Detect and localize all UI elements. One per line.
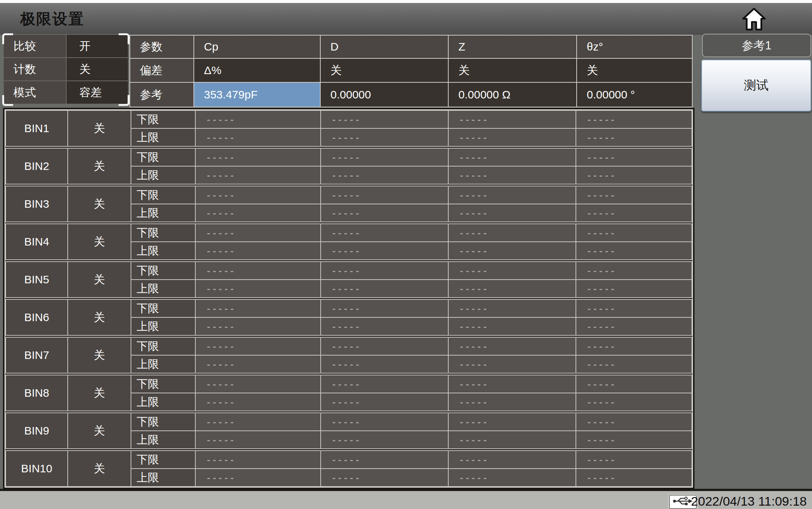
upper-limit-value-3[interactable]: -----: [449, 129, 576, 146]
bin-state-toggle[interactable]: 关: [68, 338, 131, 373]
upper-limit-value-2[interactable]: -----: [321, 318, 448, 335]
upper-limit-value-1[interactable]: -----: [196, 167, 320, 184]
test-button[interactable]: 测试: [701, 60, 811, 112]
deviation-cell-2[interactable]: 关: [321, 59, 448, 82]
bin-state-toggle[interactable]: 关: [68, 186, 131, 222]
lower-limit-value-4[interactable]: -----: [576, 149, 692, 166]
upper-limit-value-3[interactable]: -----: [449, 393, 576, 411]
lower-limit-value-1[interactable]: -----: [196, 451, 320, 468]
lower-limit-value-3[interactable]: -----: [449, 300, 576, 317]
bin-state-toggle[interactable]: 关: [68, 111, 131, 146]
upper-limit-value-2[interactable]: -----: [321, 204, 448, 222]
upper-limit-value-1[interactable]: -----: [196, 431, 320, 448]
upper-limit-value-4[interactable]: -----: [576, 356, 692, 373]
lower-limit-value-2[interactable]: -----: [321, 111, 448, 128]
lower-limit-value-3[interactable]: -----: [449, 224, 576, 241]
lower-limit-value-2[interactable]: -----: [321, 186, 448, 204]
upper-limit-value-4[interactable]: -----: [576, 129, 692, 146]
upper-limit-value-4[interactable]: -----: [576, 469, 692, 486]
upper-limit-value-3[interactable]: -----: [449, 242, 576, 259]
lower-limit-value-2[interactable]: -----: [321, 451, 448, 468]
lower-limit-value-2[interactable]: -----: [321, 149, 448, 166]
lower-limit-value-3[interactable]: -----: [449, 111, 576, 128]
reference-cell-4[interactable]: 0.00000 °: [577, 83, 692, 107]
reference1-button[interactable]: 参考1: [702, 34, 811, 57]
upper-limit-value-3[interactable]: -----: [449, 167, 576, 184]
lower-limit-value-4[interactable]: -----: [576, 224, 692, 241]
upper-limit-value-3[interactable]: -----: [449, 431, 576, 448]
lower-limit-value-4[interactable]: -----: [576, 111, 692, 128]
lower-limit-value-1[interactable]: -----: [196, 149, 320, 166]
upper-limit-value-3[interactable]: -----: [449, 318, 576, 335]
upper-limit-value-2[interactable]: -----: [321, 393, 448, 411]
reference-cell-3[interactable]: 0.00000 Ω: [449, 83, 576, 107]
bin-state-toggle[interactable]: 关: [68, 262, 131, 297]
upper-limit-value-4[interactable]: -----: [576, 167, 692, 184]
lower-limit-value-4[interactable]: -----: [576, 338, 692, 355]
reference-cell-1-selected[interactable]: 353.479pF: [194, 83, 320, 107]
bin-state-toggle[interactable]: 关: [68, 375, 131, 411]
lower-limit-value-3[interactable]: -----: [449, 338, 576, 355]
upper-limit-value-1[interactable]: -----: [196, 469, 320, 486]
deviation-cell-3[interactable]: 关: [449, 59, 576, 82]
upper-limit-value-4[interactable]: -----: [576, 280, 692, 297]
lower-limit-value-3[interactable]: -----: [449, 375, 576, 393]
upper-limit-value-1[interactable]: -----: [196, 204, 320, 222]
upper-limit-value-2[interactable]: -----: [321, 280, 448, 297]
deviation-cell-4[interactable]: 关: [577, 59, 692, 82]
lower-limit-value-4[interactable]: -----: [576, 300, 692, 317]
lower-limit-value-3[interactable]: -----: [449, 451, 576, 468]
lower-limit-value-1[interactable]: -----: [196, 186, 320, 204]
lower-limit-value-2[interactable]: -----: [321, 338, 448, 355]
upper-limit-value-1[interactable]: -----: [196, 356, 320, 373]
upper-limit-value-2[interactable]: -----: [321, 242, 448, 259]
lower-limit-value-3[interactable]: -----: [449, 413, 576, 430]
deviation-cell-1[interactable]: Δ%: [194, 59, 320, 82]
lower-limit-value-1[interactable]: -----: [196, 111, 320, 128]
param-cell-1[interactable]: Cp: [194, 36, 320, 58]
upper-limit-value-4[interactable]: -----: [576, 204, 692, 222]
count-value[interactable]: 关: [67, 58, 128, 80]
upper-limit-value-2[interactable]: -----: [321, 431, 448, 448]
upper-limit-value-1[interactable]: -----: [196, 129, 320, 146]
bin-state-toggle[interactable]: 关: [68, 451, 131, 486]
param-cell-3[interactable]: Z: [449, 36, 576, 58]
lower-limit-value-4[interactable]: -----: [576, 413, 692, 430]
upper-limit-value-4[interactable]: -----: [576, 431, 692, 448]
lower-limit-value-4[interactable]: -----: [576, 375, 692, 393]
upper-limit-value-3[interactable]: -----: [449, 356, 576, 373]
param-cell-2[interactable]: D: [321, 36, 448, 58]
lower-limit-value-1[interactable]: -----: [196, 375, 320, 393]
lower-limit-value-2[interactable]: -----: [321, 224, 448, 241]
bin-state-toggle[interactable]: 关: [68, 300, 131, 335]
upper-limit-value-1[interactable]: -----: [196, 280, 320, 297]
lower-limit-value-3[interactable]: -----: [449, 149, 576, 166]
bin-state-toggle[interactable]: 关: [68, 224, 131, 259]
upper-limit-value-2[interactable]: -----: [321, 356, 448, 373]
lower-limit-value-2[interactable]: -----: [321, 300, 448, 317]
upper-limit-value-3[interactable]: -----: [449, 280, 576, 297]
upper-limit-value-3[interactable]: -----: [449, 204, 576, 222]
lower-limit-value-1[interactable]: -----: [196, 413, 320, 430]
lower-limit-value-4[interactable]: -----: [576, 262, 692, 279]
lower-limit-value-4[interactable]: -----: [576, 186, 692, 204]
upper-limit-value-1[interactable]: -----: [196, 393, 320, 411]
upper-limit-value-1[interactable]: -----: [196, 318, 320, 335]
lower-limit-value-2[interactable]: -----: [321, 375, 448, 393]
param-cell-4[interactable]: θz°: [577, 36, 692, 58]
upper-limit-value-3[interactable]: -----: [449, 469, 576, 486]
lower-limit-value-1[interactable]: -----: [196, 224, 320, 241]
lower-limit-value-3[interactable]: -----: [449, 186, 576, 204]
lower-limit-value-4[interactable]: -----: [576, 451, 692, 468]
bin-state-toggle[interactable]: 关: [68, 413, 131, 448]
lower-limit-value-1[interactable]: -----: [196, 300, 320, 317]
upper-limit-value-2[interactable]: -----: [321, 167, 448, 184]
upper-limit-value-4[interactable]: -----: [576, 242, 692, 259]
lower-limit-value-2[interactable]: -----: [321, 262, 448, 279]
lower-limit-value-2[interactable]: -----: [321, 413, 448, 430]
lower-limit-value-1[interactable]: -----: [196, 338, 320, 355]
bin-state-toggle[interactable]: 关: [68, 149, 131, 184]
upper-limit-value-1[interactable]: -----: [196, 242, 320, 259]
upper-limit-value-4[interactable]: -----: [576, 318, 692, 335]
lower-limit-value-3[interactable]: -----: [449, 262, 576, 279]
